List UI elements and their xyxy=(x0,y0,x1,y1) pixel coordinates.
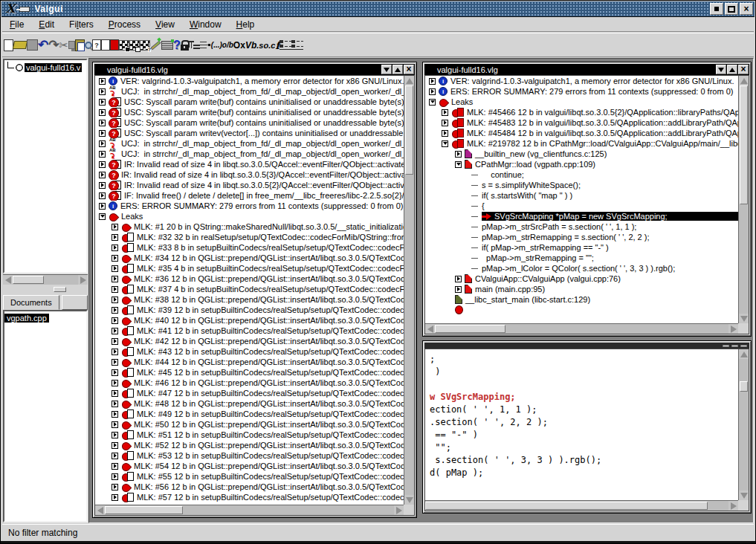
tree-row[interactable]: MLK: #45484 12 b in valgui/libqt.so.3.0.… xyxy=(425,128,738,138)
filter-button[interactable] xyxy=(200,41,211,50)
expander-icon[interactable] xyxy=(455,286,462,293)
h-scrollbar[interactable] xyxy=(425,323,738,334)
h-scrollbar[interactable] xyxy=(95,505,404,515)
expander-icon[interactable] xyxy=(442,109,448,116)
menu-item[interactable]: Window xyxy=(190,19,222,30)
sidebar-splitter[interactable] xyxy=(3,285,88,294)
menu-item[interactable]: Filters xyxy=(69,19,94,30)
ob-toggle[interactable]: o/b xyxy=(222,41,233,49)
expander-icon[interactable] xyxy=(442,140,448,147)
unshade-button[interactable] xyxy=(392,65,403,74)
scroll-right-icon[interactable] xyxy=(394,505,404,515)
tree-row[interactable]: MLK: #35 4 b in setupBuiltinCodecs/realS… xyxy=(95,263,404,273)
expander-icon[interactable] xyxy=(112,349,118,355)
expander-icon[interactable] xyxy=(112,380,118,386)
tree-row[interactable]: MLK: #36 12 b in QGList::prepend/QGList:… xyxy=(95,273,404,284)
undo-button[interactable] xyxy=(38,37,48,53)
scroll-up-icon[interactable] xyxy=(739,76,749,85)
expander-icon[interactable] xyxy=(112,484,118,490)
scrollbar-thumb[interactable] xyxy=(425,502,708,510)
tree-row[interactable]: MLK: #58 12 b in QGList::prepend/QGList:… xyxy=(95,502,404,505)
expander-icon[interactable] xyxy=(112,265,118,272)
tree-row[interactable]: pMap->m_strSrcPath = s.section( ' ', 1, … xyxy=(425,221,738,232)
paste-button[interactable] xyxy=(75,39,85,51)
expander-icon[interactable] xyxy=(112,328,118,334)
tree-row[interactable]: pMap->m_strRemapping = s.section( ' ', 2… xyxy=(425,232,738,242)
tree-row[interactable]: VER: valgrind-1.0.3-valguipatch1, a memo… xyxy=(95,76,404,86)
treelist-button[interactable] xyxy=(189,40,200,50)
expander-icon[interactable] xyxy=(99,213,106,220)
tree-row[interactable]: USC: Syscall param write(buf) contains u… xyxy=(95,107,404,117)
shade-button[interactable] xyxy=(723,345,729,347)
expander-icon[interactable] xyxy=(99,203,106,210)
tree-row[interactable]: main (main.cpp:95) xyxy=(425,284,738,294)
lock-button[interactable] xyxy=(181,40,189,51)
expander-icon[interactable] xyxy=(442,120,448,126)
expander-icon[interactable] xyxy=(112,297,118,303)
scroll-right-icon[interactable] xyxy=(78,275,88,285)
tree-row[interactable]: UCJ: in strrchr/_dl_map_object_from_fd/_… xyxy=(95,86,404,97)
copy-button[interactable] xyxy=(68,41,75,49)
tree-row[interactable]: MLK: #50 12 b in QGList::prepend/QGList:… xyxy=(95,419,404,430)
v-scrollbar[interactable] xyxy=(404,76,414,505)
tree-row[interactable]: CValguiApp::CValguiApp (valgui.cpp:76) xyxy=(425,273,738,284)
file-list-item[interactable]: vgpath.cpp xyxy=(4,312,86,323)
tree-row[interactable]: ERS: ERROR SUMMARY: 279 errors from 11 c… xyxy=(95,201,404,211)
scroll-up-icon[interactable] xyxy=(739,349,749,359)
tree-row[interactable]: MLK: #49 12 b in setupBuiltinCodecs/real… xyxy=(95,409,404,419)
leak-detail-window-titlebar[interactable]: valgui-fulld16.vlg × xyxy=(424,64,749,75)
expander-icon[interactable] xyxy=(429,78,436,85)
tree-row[interactable]: MLK: #32 32 b in realSetup/setup/QTextCo… xyxy=(95,232,404,242)
tree-row[interactable]: { xyxy=(425,201,738,211)
menu-item[interactable]: Edit xyxy=(39,19,54,30)
menu-item[interactable]: View xyxy=(155,19,175,30)
tree-row[interactable]: SVgSrcMapping *pMap = new SVgSrcMapping; xyxy=(425,211,738,221)
tree-row[interactable] xyxy=(425,305,738,315)
scroll-down-icon[interactable] xyxy=(404,495,414,505)
error-list-window-titlebar[interactable]: valgui-fulld16.vlg × xyxy=(94,64,415,75)
expander-icon[interactable] xyxy=(455,276,462,282)
expander-icon[interactable] xyxy=(429,99,436,106)
expander-icon[interactable] xyxy=(112,317,118,324)
minimize-button[interactable] xyxy=(710,3,723,15)
expander-icon[interactable] xyxy=(99,109,106,116)
new-button[interactable] xyxy=(4,39,13,51)
tree-row[interactable]: IF: Invalid free() / delete / delete[] i… xyxy=(95,190,404,201)
source-code-view[interactable]: ; ) w SVgSrcMapping; ection( ' ', 1, 1 )… xyxy=(425,349,738,500)
tree-row[interactable]: MLK: #34 12 b in QGList::prepend/QGList:… xyxy=(95,253,404,263)
scroll-left-icon[interactable] xyxy=(3,275,13,285)
tree-row[interactable]: MLK: #56 12 b in QGList::prepend/QGList:… xyxy=(95,482,404,492)
expander-icon[interactable] xyxy=(99,151,106,158)
scrollbar-thumb[interactable] xyxy=(740,85,748,204)
doc-blank-toggle[interactable] xyxy=(101,39,110,51)
tree-row[interactable]: MLK: #45466 12 b in valgui/libqt.so.3.0.… xyxy=(425,107,738,117)
scroll-left-icon[interactable] xyxy=(425,324,435,334)
expander-icon[interactable] xyxy=(99,120,106,126)
sidebar-h-scrollbar[interactable] xyxy=(3,274,88,285)
scrollbar-thumb[interactable] xyxy=(105,506,183,514)
scroll-down-icon[interactable] xyxy=(739,314,749,323)
expander-icon[interactable] xyxy=(99,130,106,137)
scrollbar-thumb[interactable] xyxy=(740,381,748,392)
tree-row[interactable]: if( pMap->m_strRemapping == "-" ) xyxy=(425,242,738,253)
file-list[interactable]: vgpath.cpp xyxy=(3,310,88,522)
tree-row[interactable]: USC: Syscall param write(buf) contains u… xyxy=(95,97,404,107)
wand-button[interactable] xyxy=(150,44,161,47)
tree-row[interactable]: pMap->m_lColor = QColor( s.section( ' ',… xyxy=(425,263,738,273)
cut-button[interactable] xyxy=(59,39,69,52)
expander-icon[interactable] xyxy=(112,286,118,293)
tree-row[interactable]: MLK: #43 12 b in setupBuiltinCodecs/real… xyxy=(95,346,404,357)
so-toggle[interactable]: .so xyxy=(256,41,268,50)
error-tree[interactable]: VER: valgrind-1.0.3-valguipatch1, a memo… xyxy=(95,76,404,505)
tree-row[interactable]: MLK: #45483 12 b in valgui/libqt.so.3.0.… xyxy=(425,117,738,128)
tree-row[interactable]: UCJ: in strrchr/_dl_map_object_from_fd/_… xyxy=(95,149,404,159)
expander-icon[interactable] xyxy=(112,234,118,241)
expander-icon[interactable] xyxy=(455,151,462,158)
tree-row[interactable]: MLK: #41 12 b in setupBuiltinCodecs/real… xyxy=(95,326,404,336)
tree-row[interactable]: MLK: #37 4 b in setupBuiltinCodecs/realS… xyxy=(95,284,404,294)
scroll-right-icon[interactable] xyxy=(728,501,738,511)
save-button[interactable] xyxy=(27,39,38,51)
expander-icon[interactable] xyxy=(112,432,118,438)
menu-item[interactable]: Help xyxy=(236,19,255,30)
tree-row[interactable]: __libc_start_main (libc-start.c:129) xyxy=(425,294,738,305)
